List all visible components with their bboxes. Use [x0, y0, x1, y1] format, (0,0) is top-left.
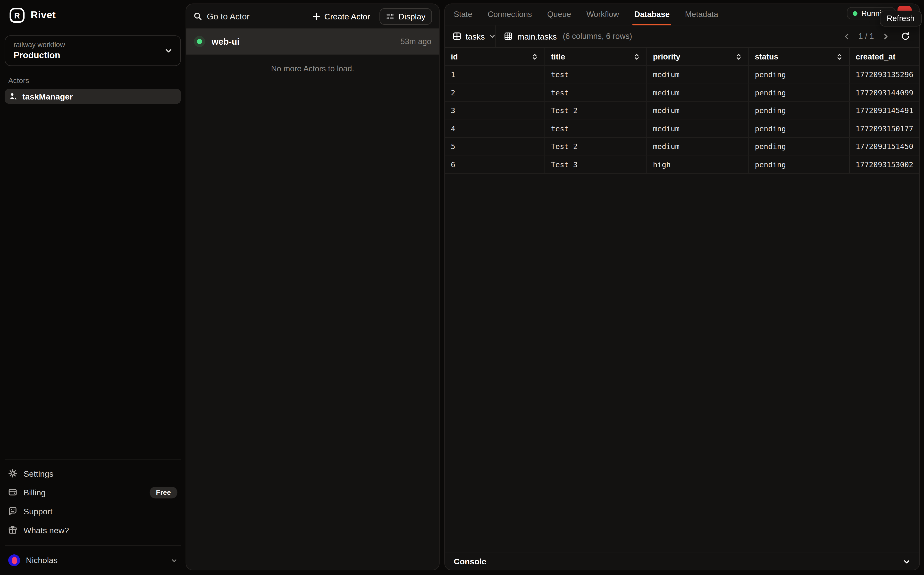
cell-status: pending	[749, 66, 850, 84]
tab-queue[interactable]: Queue	[547, 4, 571, 25]
sidebar-spacer	[5, 104, 181, 455]
cell-created-at: 1772093153002	[850, 156, 919, 173]
prev-page-button[interactable]	[841, 31, 852, 41]
project-selector-label: railway workflow	[14, 41, 172, 49]
table-row[interactable]: 1 test medium pending 1772093135296	[445, 66, 919, 84]
table-row[interactable]: 6 Test 3 high pending 1772093153002	[445, 156, 919, 174]
database-toolbar: tasks main.tasks (6 columns, 6 rows)	[445, 25, 919, 48]
sidebar-item-whats-new[interactable]: Whats new?	[5, 524, 181, 536]
column-header-priority[interactable]: priority	[647, 48, 749, 65]
cell-id: 2	[445, 84, 545, 102]
table-full-name: main.tasks	[517, 32, 557, 41]
table-row[interactable]: 5 Test 2 medium pending 1772093151450	[445, 138, 919, 156]
app-root: R Rivet railway workflow Production Acto…	[0, 0, 924, 575]
page-indicator: 1 / 1	[859, 32, 874, 41]
cell-status: pending	[749, 120, 850, 137]
avatar	[8, 554, 20, 566]
rivet-logo-icon: R	[10, 8, 25, 23]
sidebar-item-label: Settings	[24, 469, 53, 478]
search-input[interactable]	[207, 11, 303, 21]
table-row[interactable]: 3 Test 2 medium pending 1772093145491	[445, 102, 919, 120]
column-header-created-at[interactable]: created_at	[850, 48, 919, 65]
actor-detail-panel: State Connections Queue Workflow Databas…	[444, 4, 920, 570]
cell-title: Test 2	[545, 138, 647, 155]
actors-section-label: Actors	[8, 77, 178, 85]
column-header-title[interactable]: title	[545, 48, 647, 65]
sidebar-item-label: Billing	[24, 488, 46, 497]
project-selector[interactable]: railway workflow Production	[5, 35, 181, 66]
plus-icon	[312, 12, 321, 21]
cell-id: 6	[445, 156, 545, 173]
column-label: priority	[653, 52, 680, 61]
display-label: Display	[398, 11, 425, 21]
svg-text:R: R	[14, 11, 20, 20]
running-dot-icon	[852, 11, 857, 16]
table-selector-dropdown[interactable]: tasks	[445, 25, 496, 47]
sidebar-item-support[interactable]: Support	[5, 505, 181, 517]
sidebar-item-label: taskManager	[22, 92, 73, 101]
cell-title: test	[545, 120, 647, 137]
cell-priority: medium	[647, 84, 749, 102]
cell-id: 3	[445, 102, 545, 119]
pagination: 1 / 1	[841, 25, 919, 47]
column-label: id	[451, 52, 458, 61]
cell-title: Test 3	[545, 156, 647, 173]
sidebar-item-settings[interactable]: Settings	[5, 467, 181, 480]
table-empty-area	[445, 174, 919, 553]
cell-priority: medium	[647, 138, 749, 155]
cell-created-at: 1772093150177	[850, 120, 919, 137]
cell-title: test	[545, 66, 647, 84]
user-menu[interactable]: Nicholas	[5, 550, 181, 568]
actor-search-row: Create Actor Display	[186, 4, 439, 29]
sort-icon	[531, 52, 539, 60]
column-label: title	[551, 52, 565, 61]
table-row[interactable]: 4 test medium pending 1772093150177	[445, 120, 919, 138]
cell-priority: medium	[647, 102, 749, 119]
divider	[5, 459, 181, 460]
sidebar: R Rivet railway workflow Production Acto…	[0, 0, 186, 575]
actor-icon	[9, 92, 17, 101]
gift-icon	[8, 526, 17, 534]
column-label: status	[755, 52, 778, 61]
tab-state[interactable]: State	[454, 4, 472, 25]
chevron-down-icon	[164, 47, 173, 55]
sidebar-item-taskmanager[interactable]: taskManager	[5, 89, 181, 104]
detail-tabbar: State Connections Queue Workflow Databas…	[445, 4, 919, 25]
tab-database[interactable]: Database	[635, 4, 670, 25]
cell-title: test	[545, 84, 647, 102]
sort-icon	[633, 52, 641, 60]
search-icon	[193, 12, 202, 21]
cell-id: 4	[445, 120, 545, 137]
column-header-id[interactable]: id	[445, 48, 545, 65]
cell-status: pending	[749, 84, 850, 102]
column-header-status[interactable]: status	[749, 48, 850, 65]
refresh-button[interactable]	[900, 30, 911, 42]
wallet-icon	[8, 488, 17, 497]
create-actor-button[interactable]: Create Actor	[308, 9, 375, 23]
divider	[5, 545, 181, 545]
create-actor-label: Create Actor	[324, 11, 370, 21]
sort-icon	[735, 52, 743, 60]
chevron-down-icon	[903, 558, 911, 565]
sidebar-item-label: Support	[24, 506, 52, 516]
tab-connections[interactable]: Connections	[488, 4, 532, 25]
gear-icon	[8, 469, 17, 478]
cell-priority: medium	[647, 66, 749, 84]
actor-name: web-ui	[212, 37, 239, 46]
table-grid-icon	[453, 32, 461, 41]
cell-status: pending	[749, 102, 850, 119]
tab-workflow[interactable]: Workflow	[587, 4, 619, 25]
table-cells-icon	[504, 32, 512, 41]
display-button[interactable]: Display	[380, 8, 432, 24]
sidebar-item-billing[interactable]: Billing Free	[5, 486, 181, 499]
next-page-button[interactable]	[880, 31, 891, 41]
table-row[interactable]: 2 test medium pending 1772093144099	[445, 84, 919, 102]
tab-metadata[interactable]: Metadata	[685, 4, 718, 25]
project-selector-value: Production	[14, 50, 172, 60]
actor-last-seen: 53m ago	[400, 37, 431, 46]
user-name: Nicholas	[26, 556, 57, 565]
console-toggle[interactable]: Console	[445, 553, 919, 570]
cell-created-at: 1772093145491	[850, 102, 919, 119]
actor-list-item-web-ui[interactable]: web-ui 53m ago	[186, 29, 439, 55]
sort-icon	[836, 52, 843, 60]
